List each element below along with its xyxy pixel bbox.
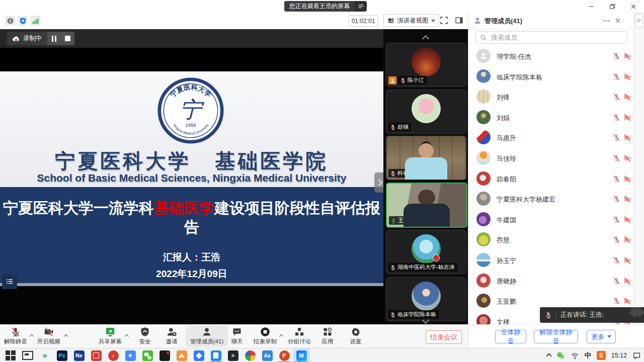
camera-muted-icon[interactable] bbox=[623, 277, 631, 285]
wechat-tray-icon[interactable] bbox=[556, 351, 565, 360]
camera-muted-icon[interactable] bbox=[623, 114, 631, 122]
mic-muted-icon[interactable] bbox=[613, 195, 620, 203]
camera-muted-icon[interactable] bbox=[623, 52, 631, 60]
video-tile[interactable]: 赵镇 bbox=[386, 89, 466, 134]
video-tile-speaking[interactable]: 王浩 bbox=[386, 183, 467, 228]
more-button[interactable]: 更多 bbox=[587, 330, 616, 343]
side-panel-toggle-button[interactable] bbox=[455, 16, 464, 25]
mic-muted-icon[interactable] bbox=[613, 256, 620, 264]
taskbar-app-documents[interactable] bbox=[207, 348, 224, 362]
panel-more-button[interactable] bbox=[603, 17, 610, 25]
wifi-icon[interactable] bbox=[571, 351, 579, 360]
taskbar-app-meeting[interactable]: M bbox=[293, 348, 310, 362]
show-hidden-icons-button[interactable] bbox=[547, 351, 551, 360]
stop-recording-button[interactable]: 结束录制 bbox=[250, 327, 280, 345]
taskbar-app-wechat[interactable] bbox=[139, 348, 156, 362]
manage-members-button[interactable]: 管理成员(41) bbox=[186, 326, 228, 347]
meeting-security-button[interactable] bbox=[18, 16, 28, 26]
camera-muted-icon[interactable] bbox=[623, 93, 631, 101]
taskbar-app-notes[interactable]: Ne bbox=[70, 348, 88, 362]
taskbar-app-star-chat[interactable]: ★ bbox=[122, 348, 139, 362]
taskbar-app-green-arrows[interactable]: » bbox=[36, 348, 53, 362]
mic-muted-icon[interactable] bbox=[613, 52, 620, 60]
view-mode-dropdown[interactable]: 演讲者视图 bbox=[383, 14, 439, 27]
security-button[interactable]: 安全 bbox=[131, 327, 159, 345]
network-quality-button[interactable] bbox=[30, 16, 40, 26]
camera-muted-icon[interactable] bbox=[623, 297, 631, 305]
stop-recording-button[interactable] bbox=[61, 32, 74, 45]
unmute-button[interactable]: 解除静音 bbox=[1, 327, 30, 345]
video-options-button[interactable] bbox=[64, 331, 67, 340]
chat-button[interactable]: 聊天 bbox=[223, 327, 251, 345]
video-tile[interactable]: 陈小江 bbox=[386, 43, 466, 87]
share-options-button[interactable] bbox=[125, 331, 128, 340]
camera-muted-icon[interactable] bbox=[623, 175, 631, 183]
mic-muted-icon[interactable] bbox=[613, 154, 620, 162]
mic-muted-icon[interactable] bbox=[613, 73, 620, 80]
member-row[interactable]: 刘娟 bbox=[468, 107, 634, 128]
camera-muted-icon[interactable] bbox=[623, 134, 631, 142]
search-input[interactable] bbox=[490, 33, 623, 42]
member-row[interactable]: 马佳玲 bbox=[468, 148, 634, 168]
restore-button[interactable] bbox=[602, 0, 623, 13]
mic-muted-icon[interactable] bbox=[613, 297, 620, 305]
video-tile[interactable]: 科睿唯安叶选杰 bbox=[386, 136, 466, 180]
meeting-info-button[interactable] bbox=[5, 16, 15, 26]
video-tile[interactable]: 临床学院陈本栋 bbox=[386, 277, 466, 321]
scroll-up-button[interactable] bbox=[423, 34, 428, 43]
taskbar-clock[interactable]: 15:12 bbox=[611, 352, 627, 359]
mic-muted-icon[interactable] bbox=[613, 175, 620, 183]
start-button[interactable] bbox=[2, 348, 19, 362]
taskbar-app-music[interactable]: ♪ bbox=[105, 348, 122, 362]
taskbar-app-photoshop[interactable]: Ps bbox=[53, 348, 70, 362]
camera-muted-icon[interactable] bbox=[623, 195, 631, 203]
camera-muted-icon[interactable] bbox=[623, 236, 631, 244]
end-meeting-button[interactable]: 结束会议 bbox=[426, 330, 462, 344]
close-button[interactable] bbox=[623, 0, 644, 13]
sogou-input-icon[interactable]: S bbox=[597, 351, 606, 360]
ime-indicator[interactable]: 中 bbox=[585, 351, 591, 360]
camera-muted-icon[interactable] bbox=[623, 256, 631, 264]
mic-options-button[interactable] bbox=[30, 331, 33, 340]
mic-muted-icon[interactable] bbox=[613, 236, 620, 243]
pause-recording-button[interactable] bbox=[47, 32, 61, 45]
member-row[interactable]: 马惠升 bbox=[468, 127, 634, 148]
fullscreen-button[interactable] bbox=[440, 16, 449, 25]
mute-all-button[interactable]: 全体静音 bbox=[495, 330, 526, 343]
member-row[interactable]: 临床学院陈本栋 bbox=[468, 66, 634, 87]
camera-muted-icon[interactable] bbox=[623, 154, 631, 162]
share-screen-button[interactable]: 共享屏幕 bbox=[96, 327, 125, 345]
taskbar-app-translate[interactable]: Aa bbox=[259, 348, 276, 362]
member-search-box[interactable] bbox=[475, 31, 627, 44]
scroll-down-button[interactable] bbox=[423, 316, 428, 325]
mic-muted-icon[interactable] bbox=[613, 134, 620, 141]
scrollbar-thumb[interactable] bbox=[635, 14, 643, 28]
minimize-button[interactable] bbox=[581, 0, 602, 13]
mic-muted-icon[interactable] bbox=[613, 114, 620, 121]
unmute-all-button[interactable]: 解除全体静音 bbox=[534, 330, 578, 343]
mic-muted-icon[interactable] bbox=[613, 93, 620, 101]
taskbar-app-red-square[interactable] bbox=[88, 348, 105, 362]
action-center-icon[interactable] bbox=[632, 351, 641, 360]
start-video-button[interactable]: 开启视频 bbox=[34, 327, 63, 345]
taskbar-app-chevron[interactable]: > bbox=[224, 348, 242, 362]
taskbar-app-photos[interactable] bbox=[173, 348, 190, 362]
member-row[interactable]: 理学院-任杰 bbox=[468, 46, 634, 66]
member-row[interactable]: 宁夏医科大学杨建宏 bbox=[468, 189, 634, 209]
settings-button[interactable]: 设置 bbox=[342, 327, 370, 345]
invite-button[interactable]: 邀请 bbox=[157, 327, 186, 345]
taskbar-app-browser[interactable] bbox=[242, 348, 259, 362]
member-row[interactable]: 乔慧 bbox=[468, 229, 634, 250]
taskbar-app-dark[interactable] bbox=[156, 348, 173, 362]
panel-close-button[interactable] bbox=[614, 17, 621, 24]
taskbar-app-blue-kite[interactable] bbox=[190, 348, 207, 362]
panel-scrollbar[interactable] bbox=[633, 13, 644, 324]
video-tile[interactable]: 湖南中医药大学-杨岩涛 bbox=[386, 230, 466, 274]
task-view-button[interactable] bbox=[19, 348, 36, 362]
apps-button[interactable]: 应用 bbox=[313, 327, 342, 345]
member-row[interactable]: 牛建国 bbox=[468, 209, 634, 230]
recording-options-button[interactable] bbox=[280, 331, 283, 340]
camera-muted-icon[interactable] bbox=[623, 216, 631, 224]
mic-muted-icon[interactable] bbox=[613, 277, 620, 285]
camera-muted-icon[interactable] bbox=[623, 73, 631, 81]
